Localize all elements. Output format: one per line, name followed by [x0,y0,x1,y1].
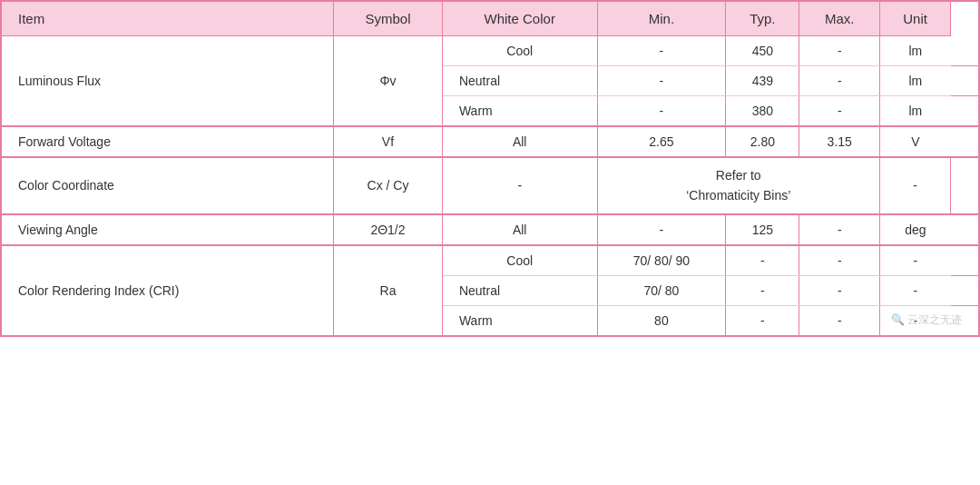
table-row: Color Rendering Index (CRI)RaCool70/ 80/… [1,245,979,276]
cell-unit: lm [880,36,951,66]
cell-max: - [799,96,880,127]
spec-table: Item Symbol White Color Min. Typ. Max. U… [0,0,980,337]
col-item: Item [1,1,334,36]
cell-min: - [597,36,726,66]
cell-symbol: Vf [334,126,443,157]
cell-span-text: Refer to‘Chromaticity Bins’ [597,157,880,214]
cell-unit: V [880,126,951,157]
cell-max: - [799,305,880,336]
cell-white-color: Neutral [442,275,597,305]
table-row: Color CoordinateCx / Cy-Refer to‘Chromat… [1,157,979,214]
cell-symbol: Ra [334,245,443,336]
spec-table-wrapper: Item Symbol White Color Min. Typ. Max. U… [0,0,980,337]
cell-symbol: Φv [334,36,443,127]
cell-unit: lm [880,66,951,96]
col-typ: Typ. [726,1,799,36]
cell-max: - [799,275,880,305]
cell-min: - [597,96,726,127]
cell-min: 70/ 80 [597,275,726,305]
cell-white-color: - [442,157,597,214]
cell-white-color: Warm [442,305,597,336]
cell-typ: - [726,245,799,276]
cell-unit [951,157,979,214]
cell-min: 80 [597,305,726,336]
table-row: Viewing Angle2Θ1/2All-125-deg [1,214,979,245]
cell-min: - [597,66,726,96]
cell-white-color: All [442,126,597,157]
cell-typ: 450 [726,36,799,66]
cell-item: Color Coordinate [1,157,334,214]
cell-unit: deg [880,214,951,245]
col-symbol: Symbol [334,1,443,36]
cell-max: - [799,36,880,66]
cell-white-color: Cool [442,245,597,276]
cell-max: - [799,66,880,96]
cell-max: - [799,245,880,276]
cell-item: Color Rendering Index (CRI) [1,245,334,336]
cell-white-color: Warm [442,96,597,127]
table-row: Forward VoltageVfAll2.652.803.15V [1,126,979,157]
cell-white-color: Neutral [442,66,597,96]
cell-typ: - [726,305,799,336]
watermark: 🔍 云深之无迹 [891,312,962,328]
col-min: Min. [597,1,726,36]
cell-symbol: 2Θ1/2 [334,214,443,245]
cell-max: - [799,214,880,245]
col-unit: Unit [880,1,951,36]
cell-max: 3.15 [799,126,880,157]
cell-white-color: Cool [442,36,597,66]
cell-white-color: All [442,214,597,245]
cell-typ: 380 [726,96,799,127]
cell-item: Viewing Angle [1,214,334,245]
header-row: Item Symbol White Color Min. Typ. Max. U… [1,1,979,36]
table-row: Luminous FluxΦvCool-450-lm [1,36,979,66]
cell-typ: - [726,275,799,305]
col-max: Max. [799,1,880,36]
cell-symbol: Cx / Cy [334,157,443,214]
cell-min: 70/ 80/ 90 [597,245,726,276]
cell-typ: 2.80 [726,126,799,157]
cell-unit: - [880,275,951,305]
cell-item: Luminous Flux [1,36,334,127]
cell-typ: 125 [726,214,799,245]
cell-min: 2.65 [597,126,726,157]
cell-max: - [880,157,951,214]
cell-unit: - [880,245,951,276]
cell-min: - [597,214,726,245]
cell-typ: 439 [726,66,799,96]
col-white-color: White Color [442,1,597,36]
cell-unit: lm [880,96,951,127]
cell-item: Forward Voltage [1,126,334,157]
